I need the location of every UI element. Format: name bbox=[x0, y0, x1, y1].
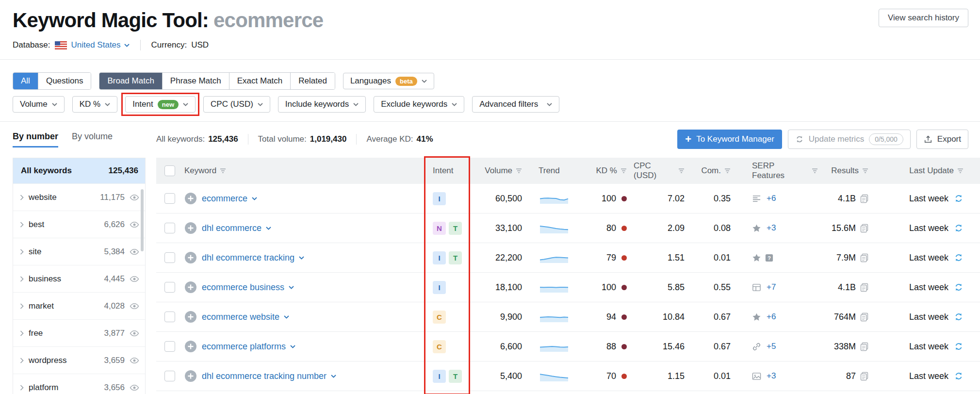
select-all-checkbox-cell bbox=[156, 158, 183, 184]
intent-filter[interactable]: Intentnew bbox=[125, 96, 196, 113]
keyword-link[interactable]: dhl ecommerce bbox=[202, 223, 271, 233]
sidebar-scrollbar[interactable] bbox=[141, 189, 144, 251]
tab-broad-match[interactable]: Broad Match bbox=[99, 73, 162, 89]
sidebar-item-website[interactable]: website11,175 bbox=[13, 183, 145, 211]
refresh-icon[interactable] bbox=[954, 253, 964, 263]
doc-icon[interactable] bbox=[860, 283, 868, 292]
add-keyword-icon[interactable] bbox=[184, 251, 197, 264]
languages-dropdown[interactable]: Languagesbeta bbox=[343, 73, 434, 89]
doc-icon[interactable] bbox=[860, 253, 868, 263]
sidebar-item-market[interactable]: market4,028 bbox=[13, 292, 145, 319]
stat-average-kd: Average KD:41% bbox=[366, 134, 433, 144]
add-keyword-icon[interactable] bbox=[184, 370, 197, 382]
eye-icon[interactable] bbox=[130, 303, 139, 310]
serp-more-link[interactable]: +6 bbox=[767, 194, 776, 203]
view-tab-by-volume[interactable]: By volume bbox=[72, 131, 113, 148]
column-header-results[interactable]: Results bbox=[818, 158, 881, 184]
view-tab-by-number[interactable]: By number bbox=[13, 131, 58, 148]
serp-features-cell: +7 bbox=[745, 273, 818, 302]
last-update-cell: Last week bbox=[881, 302, 968, 331]
tab-questions[interactable]: Questions bbox=[38, 73, 91, 89]
keyword-link[interactable]: ecommerce website bbox=[202, 312, 289, 322]
eye-icon[interactable] bbox=[130, 221, 139, 228]
add-keyword-icon[interactable] bbox=[184, 281, 197, 294]
to-keyword-manager-button[interactable]: +To Keyword Manager bbox=[677, 130, 782, 149]
tab-phrase-match[interactable]: Phrase Match bbox=[162, 73, 229, 89]
column-header-com[interactable]: Com. bbox=[699, 158, 745, 184]
sidebar-item-label: wordpress bbox=[29, 356, 99, 365]
sidebar-item-site[interactable]: site5,384 bbox=[13, 238, 145, 265]
row-checkbox[interactable] bbox=[164, 341, 175, 352]
column-header-kd[interactable]: KD % bbox=[580, 158, 634, 184]
sidebar-item-platform[interactable]: platform3,656 bbox=[13, 374, 145, 394]
serp-more-link[interactable]: +6 bbox=[767, 312, 776, 322]
sidebar-item-best[interactable]: best6,626 bbox=[13, 211, 145, 238]
select-all-checkbox[interactable] bbox=[164, 165, 175, 176]
refresh-icon[interactable] bbox=[954, 223, 964, 233]
doc-icon[interactable] bbox=[860, 342, 868, 351]
column-header-serp-features[interactable]: SERP Features bbox=[745, 158, 818, 184]
row-checkbox[interactable] bbox=[164, 193, 175, 204]
eye-icon[interactable] bbox=[130, 248, 139, 255]
keyword-link[interactable]: ecommerce bbox=[202, 194, 257, 204]
eye-icon[interactable] bbox=[130, 276, 139, 282]
serp-more-link[interactable]: +5 bbox=[767, 342, 776, 351]
serp-more-link[interactable]: +7 bbox=[767, 282, 776, 292]
row-checkbox[interactable] bbox=[164, 223, 175, 233]
eye-icon[interactable] bbox=[130, 194, 139, 201]
add-keyword-icon[interactable] bbox=[184, 222, 197, 234]
eye-icon[interactable] bbox=[130, 384, 139, 391]
keyword-link[interactable]: dhl ecommerce tracking number bbox=[202, 371, 336, 381]
keyword-link[interactable]: ecommerce platforms bbox=[202, 342, 295, 352]
tab-related[interactable]: Related bbox=[290, 73, 335, 89]
update-metrics-button[interactable]: Update metrics0/5,000 bbox=[788, 130, 911, 149]
refresh-icon[interactable] bbox=[954, 194, 964, 203]
export-button[interactable]: Export bbox=[916, 130, 968, 149]
column-header-volume[interactable]: Volume bbox=[469, 158, 537, 184]
advanced-filters-filter[interactable]: Advanced filters bbox=[472, 96, 559, 113]
include-keywords-filter[interactable]: Include keywords bbox=[278, 96, 366, 113]
serp-more-link[interactable]: +3 bbox=[767, 371, 776, 381]
column-header-keyword[interactable]: Keyword bbox=[183, 158, 426, 184]
exclude-keywords-filter[interactable]: Exclude keywords bbox=[374, 96, 464, 113]
doc-icon[interactable] bbox=[860, 224, 868, 233]
row-checkbox[interactable] bbox=[164, 371, 175, 381]
sidebar-all-keywords[interactable]: All keywords 125,436 bbox=[13, 158, 145, 183]
refresh-icon[interactable] bbox=[954, 282, 964, 292]
sidebar-item-free[interactable]: free3,877 bbox=[13, 319, 145, 346]
update-metrics-count: 0/5,000 bbox=[869, 133, 903, 145]
view-search-history-button[interactable]: View search history bbox=[879, 9, 968, 27]
keyword-cell: dhl ecommerce tracking bbox=[183, 243, 426, 272]
row-checkbox[interactable] bbox=[164, 252, 175, 263]
add-keyword-icon[interactable] bbox=[184, 311, 197, 323]
refresh-icon[interactable] bbox=[954, 371, 964, 381]
match-type-row: AllQuestionsBroad MatchPhrase MatchExact… bbox=[13, 72, 967, 90]
sidebar-item-count: 3,656 bbox=[104, 383, 125, 393]
volume-filter[interactable]: Volume bbox=[13, 96, 65, 113]
sidebar-item-business[interactable]: business4,445 bbox=[13, 265, 145, 292]
cpc-usd-filter[interactable]: CPC (USD) bbox=[203, 96, 270, 113]
row-checkbox[interactable] bbox=[164, 312, 175, 322]
keyword-link[interactable]: dhl ecommerce tracking bbox=[202, 253, 304, 263]
cpc-cell: 1.51 bbox=[634, 243, 699, 272]
refresh-icon[interactable] bbox=[954, 312, 964, 322]
doc-icon[interactable] bbox=[860, 372, 868, 381]
doc-icon[interactable] bbox=[860, 312, 868, 322]
tab-exact-match[interactable]: Exact Match bbox=[229, 73, 291, 89]
column-header-last-update[interactable]: Last Update bbox=[881, 158, 968, 184]
sidebar-item-wordpress[interactable]: wordpress3,659 bbox=[13, 346, 145, 374]
cpc-usd-filter-label: CPC (USD) bbox=[211, 99, 253, 109]
eye-icon[interactable] bbox=[130, 357, 139, 364]
tab-all[interactable]: All bbox=[13, 73, 38, 89]
add-keyword-icon[interactable] bbox=[184, 340, 197, 353]
row-checkbox[interactable] bbox=[164, 282, 175, 293]
serp-more-link[interactable]: +3 bbox=[767, 223, 776, 233]
keyword-link[interactable]: ecommerce business bbox=[202, 282, 294, 293]
eye-icon[interactable] bbox=[130, 330, 139, 337]
doc-icon[interactable] bbox=[860, 194, 868, 203]
refresh-icon[interactable] bbox=[954, 342, 964, 351]
kd-filter[interactable]: KD % bbox=[72, 96, 117, 113]
column-header-cpc-usd[interactable]: CPC (USD) bbox=[634, 158, 699, 184]
add-keyword-icon[interactable] bbox=[184, 192, 197, 205]
database-selector[interactable]: United States bbox=[71, 40, 130, 50]
